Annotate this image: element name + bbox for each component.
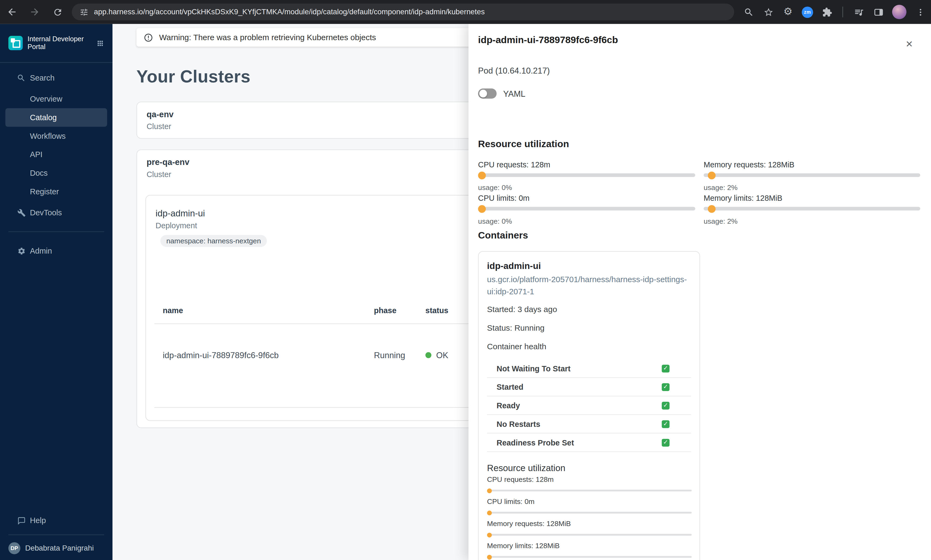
column-header-name: name [154, 306, 374, 315]
sidebar-user[interactable]: DP Debabrata Panigrahi [0, 540, 113, 560]
health-check-label: No Restarts [496, 419, 540, 428]
metric-knob [478, 205, 486, 212]
metric-bar [487, 490, 692, 492]
help-bubble-icon [17, 516, 26, 525]
mini-metric-cpu-requests: CPU requests: 128m [487, 475, 692, 492]
search-icon[interactable] [743, 6, 754, 18]
user-name: Debabrata Panigrahi [25, 544, 94, 552]
resource-utilization-title: Resource utilization [478, 139, 569, 149]
close-icon[interactable]: ✕ [906, 39, 913, 48]
metric-label: Memory requests: 128MiB [704, 160, 920, 169]
metric-bar [704, 173, 920, 177]
column-header-phase: phase [374, 306, 425, 315]
gear-icon [17, 246, 26, 255]
mini-metric-memory-limits: Memory limits: 128MiB [487, 542, 692, 558]
bookmark-star-icon[interactable] [762, 6, 774, 18]
idp-logo-icon [8, 36, 23, 50]
health-row: Ready ✓ [487, 397, 691, 415]
check-icon: ✓ [662, 365, 670, 372]
sidebar-item-workflows[interactable]: Workflows [0, 127, 113, 145]
side-panel-icon[interactable] [872, 6, 884, 18]
health-check-label: Readiness Probe Set [496, 438, 574, 447]
sidebar-item-catalog[interactable]: Catalog [5, 108, 107, 127]
toggle-knob [479, 90, 487, 98]
metric-knob [487, 532, 492, 537]
metric-bar [704, 207, 920, 211]
sidebar-item-register[interactable]: Register [0, 182, 113, 201]
health-check-label: Started [496, 382, 523, 391]
metric-label: CPU requests: 128m [487, 475, 692, 484]
sidebar-bottom: Help DP Debabrata Panigrahi [0, 511, 113, 560]
sidebar-item-admin[interactable]: Admin [0, 242, 113, 260]
sidebar-item-label: Catalog [30, 113, 57, 122]
sidebar-item-label: DevTools [30, 208, 62, 217]
yaml-toggle[interactable] [478, 88, 497, 98]
sidebar-logo-title: Internal Developer Portal [28, 35, 84, 51]
container-image-link[interactable]: us.gcr.io/platform-205701/harness/harnes… [487, 274, 689, 297]
yaml-toggle-label: YAML [503, 89, 526, 98]
toolbar-nav-group [0, 6, 63, 18]
panel-title: idp-admin-ui-7889789fc6-9f6cb [478, 35, 618, 46]
settings-extension-icon[interactable]: ⚙ [782, 6, 794, 18]
apps-grid-icon[interactable] [96, 39, 104, 47]
user-avatar: DP [8, 542, 20, 554]
back-icon[interactable] [6, 6, 18, 18]
metric-usage: usage: 2% [704, 217, 920, 225]
containers-title: Containers [478, 230, 528, 241]
sidebar-item-label: Search [30, 74, 54, 83]
metric-label: CPU limits: 0m [478, 194, 695, 203]
sidebar-divider [8, 231, 104, 232]
search-icon [17, 74, 26, 83]
sidebar-item-label: Admin [30, 246, 52, 255]
container-started: Started: 3 days ago [487, 305, 557, 314]
forward-icon[interactable] [29, 6, 40, 18]
sidebar-nav: Search Overview Catalog Workflows API Do… [0, 69, 113, 260]
health-row: Started ✓ [487, 378, 691, 397]
metric-usage: usage: 0% [478, 217, 695, 225]
metric-bar [487, 512, 692, 514]
container-resource-title: Resource utilization [487, 463, 565, 473]
sidebar-item-label: Register [30, 187, 59, 196]
container-name: idp-admin-ui [487, 261, 541, 271]
health-row: Readiness Probe Set ✓ [487, 433, 691, 452]
extensions-puzzle-icon[interactable] [821, 6, 833, 18]
sidebar-item-devtools[interactable]: DevTools [0, 203, 113, 222]
screen: app.harness.io/ng/account/vpCkHKsDSxK9_K… [0, 0, 931, 560]
browser-toolbar: app.harness.io/ng/account/vpCkHKsDSxK9_K… [0, 0, 931, 24]
reload-icon[interactable] [51, 6, 63, 18]
toolbar-separator [843, 6, 843, 17]
metric-cpu-requests: CPU requests: 128m usage: 0% [478, 160, 695, 192]
metric-usage: usage: 0% [478, 183, 695, 192]
pod-name-cell: idp-admin-ui-7889789fc6-9f6cb [154, 350, 374, 360]
sidebar-item-docs[interactable]: Docs [0, 164, 113, 182]
sidebar-item-label: Help [30, 516, 46, 525]
sidebar-item-overview[interactable]: Overview [0, 90, 113, 108]
warning-icon [143, 32, 153, 42]
health-row: No Restarts ✓ [487, 415, 691, 434]
profile-avatar[interactable] [892, 5, 906, 19]
metric-knob [487, 555, 492, 560]
sidebar-item-help[interactable]: Help [0, 511, 113, 530]
container-health-table: Not Waiting To Start ✓ Started ✓ Ready ✓… [487, 359, 691, 452]
metric-knob [478, 171, 486, 179]
metric-usage: usage: 2% [704, 183, 920, 192]
metric-label: Memory limits: 128MiB [704, 194, 920, 203]
metric-label: CPU requests: 128m [478, 160, 695, 169]
site-settings-icon[interactable] [79, 7, 88, 17]
container-status: Status: Running [487, 323, 544, 332]
warning-text: Warning: There was a problem retrieving … [159, 33, 376, 42]
health-check-label: Not Waiting To Start [496, 364, 570, 373]
zoom-extension-icon[interactable]: zm [802, 6, 813, 17]
metric-knob [487, 510, 492, 515]
logo-line1: Internal Developer [28, 35, 84, 43]
media-controls-icon[interactable] [852, 6, 865, 18]
status-ok-dot [425, 352, 431, 358]
sidebar-item-search[interactable]: Search [0, 69, 113, 87]
pod-phase-cell: Running [374, 350, 425, 360]
sidebar-item-api[interactable]: API [0, 145, 113, 164]
resource-metrics: CPU requests: 128m usage: 0% Memory requ… [478, 160, 920, 226]
mini-metric-cpu-limits: CPU limits: 0m [487, 497, 692, 514]
browser-menu-icon[interactable] [914, 6, 926, 18]
address-bar[interactable]: app.harness.io/ng/account/vpCkHKsDSxK9_K… [72, 3, 734, 20]
sidebar-header: Internal Developer Portal [0, 24, 113, 63]
